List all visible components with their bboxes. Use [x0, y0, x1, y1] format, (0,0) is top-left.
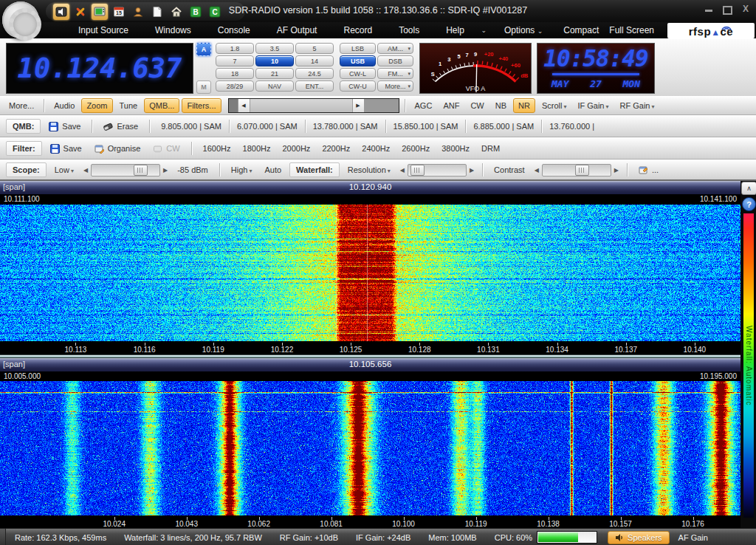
slider-right-icon[interactable]: ▶ [468, 165, 475, 175]
scrollbar-thumb[interactable] [250, 99, 352, 112]
waterfall1-display[interactable] [0, 205, 740, 341]
slider-left-icon[interactable]: ◀ [533, 165, 540, 175]
anf-button[interactable]: ANF [439, 99, 464, 112]
band-button-1.8[interactable]: 1.8 [216, 43, 254, 54]
filters-toggle[interactable]: Filters... [182, 98, 221, 113]
menu-overflow-icon[interactable]: ⌄ [481, 27, 487, 34]
frequency-display[interactable]: 10.124.637 [6, 43, 193, 94]
agc-button[interactable]: AGC [410, 99, 437, 112]
qmb-memory-button[interactable]: 9.805.000 | SAM [157, 120, 226, 133]
rf-gain-menu[interactable]: RF Gain▾ [616, 99, 659, 112]
menu-full-screen[interactable]: Full Screen [606, 24, 657, 37]
tune-button[interactable]: Tune [115, 99, 142, 112]
filter-width-button-1600Hz[interactable]: 1600Hz [199, 142, 236, 155]
filter-width-button-2200Hz[interactable]: 2200Hz [317, 142, 354, 155]
application-button[interactable] [2, 1, 39, 38]
filter-width-button-2000Hz[interactable]: 2000Hz [278, 142, 315, 155]
slider-right-icon[interactable]: ▶ [162, 165, 169, 175]
menu-item-console[interactable]: Console [205, 24, 264, 37]
scope-low-menu[interactable]: Low▾ [50, 163, 78, 176]
qmb-memory-button[interactable]: 13.760.000 | [545, 120, 599, 133]
menu-item-windows[interactable]: Windows [142, 24, 205, 37]
scroll-left-icon[interactable]: ◀ [238, 99, 250, 112]
mode-button-More[interactable]: More...▾ [377, 80, 413, 92]
mode-button-DSB[interactable]: DSB [377, 55, 413, 66]
slider-left-icon[interactable]: ◀ [399, 165, 406, 175]
qmb-toggle[interactable]: QMB... [144, 98, 179, 113]
status-grip[interactable] [0, 529, 6, 545]
collapse-button[interactable]: ∧ [741, 182, 756, 195]
resolution-menu[interactable]: Resolution▾ [343, 163, 395, 176]
waterfall-options-button[interactable]: ... [634, 163, 663, 177]
menu-item-record[interactable]: Record [330, 24, 385, 37]
slider-thumb[interactable] [134, 165, 148, 176]
tuning-scrollbar[interactable]: ◀ ▶ [228, 98, 399, 113]
qmb-memory-button[interactable]: 15.850.100 | SAM [389, 120, 463, 133]
nb-button[interactable]: NB [491, 99, 511, 112]
audio-button[interactable]: Audio [49, 99, 79, 112]
band-button-7[interactable]: 7 [216, 55, 254, 66]
filter-width-button-2600Hz[interactable]: 2600Hz [397, 142, 434, 155]
resolution-slider[interactable]: ◀ ▶ [399, 164, 475, 176]
cw-button[interactable]: CW [466, 99, 488, 112]
qmb-memory-button[interactable]: 6.885.000 | SAM [469, 120, 538, 133]
filter-organise-button[interactable]: Organise [90, 142, 145, 156]
slider-thumb[interactable] [410, 165, 425, 176]
mode-button-CW-U[interactable]: CW-U [340, 80, 376, 92]
mode-button-FM[interactable]: FM...▾ [377, 68, 413, 79]
more-button[interactable]: More... [4, 99, 38, 112]
menu-item-help[interactable]: Help [433, 24, 478, 37]
zoom-toggle[interactable]: Zoom [81, 98, 112, 113]
menu-compact[interactable]: Compact [560, 24, 602, 37]
mode-button-AM[interactable]: AM...▾ [377, 43, 413, 54]
qmb-memory-button[interactable]: 13.780.000 | SAM [309, 120, 382, 133]
contrast-slider[interactable]: ◀ ▶ [533, 164, 620, 176]
slider-right-icon[interactable]: ▶ [613, 165, 620, 175]
waterfall1-header[interactable]: [span] 10.120.940 [0, 181, 740, 194]
qmb-memory-button[interactable]: 6.070.000 | SAM [233, 120, 302, 133]
band-button-14[interactable]: 14 [295, 55, 334, 66]
qmb-save-button[interactable]: Save [44, 120, 85, 134]
menu-item-af-output[interactable]: AF Output [264, 24, 331, 37]
band-button-ENT...[interactable]: ENT... [295, 80, 334, 92]
waterfall2-display[interactable] [0, 381, 740, 515]
filter-width-button-2400Hz[interactable]: 2400Hz [357, 142, 394, 155]
nr-toggle[interactable]: NR [513, 98, 535, 113]
vfo-m-button[interactable]: M [196, 80, 211, 94]
band-button-28/29[interactable]: 28/29 [216, 80, 254, 92]
vfo-a-button[interactable]: A [196, 43, 211, 56]
menu-options[interactable]: Options ⌄ [491, 24, 556, 37]
band-button-24.5[interactable]: 24.5 [295, 68, 334, 79]
status-af-gain[interactable]: AF Gain [670, 533, 717, 542]
scroll-right-icon[interactable]: ▶ [352, 99, 365, 112]
band-button-18[interactable]: 18 [216, 68, 254, 79]
band-button-5[interactable]: 5 [295, 43, 334, 54]
slider-thumb[interactable] [575, 165, 589, 176]
mode-button-USB[interactable]: USB [340, 55, 376, 66]
restore-button[interactable] [723, 6, 732, 15]
scope-low-slider[interactable]: ◀ ▶ [82, 164, 169, 176]
filter-width-button-3800Hz[interactable]: 3800Hz [437, 142, 474, 155]
filter-width-button-1800Hz[interactable]: 1800Hz [238, 142, 275, 155]
slider-left-icon[interactable]: ◀ [82, 165, 89, 175]
scope-high-menu[interactable]: High▾ [227, 163, 257, 176]
if-gain-menu[interactable]: IF Gain▾ [573, 99, 613, 112]
filter-cw-button[interactable]: CW [148, 142, 184, 156]
scope-auto-button[interactable]: Auto [260, 163, 286, 176]
menu-item-input-source[interactable]: Input Source [65, 24, 142, 37]
band-button-NAV[interactable]: NAV [255, 80, 294, 92]
mode-button-LSB[interactable]: LSB [340, 43, 376, 54]
filter-save-button[interactable]: Save [46, 142, 86, 156]
minimize-button[interactable] [705, 10, 712, 12]
scroll-menu[interactable]: Scroll▾ [537, 99, 571, 112]
close-button[interactable]: X [743, 4, 749, 15]
band-button-21[interactable]: 21 [255, 68, 294, 79]
filter-width-button-DRM[interactable]: DRM [477, 142, 504, 155]
band-button-3.5[interactable]: 3.5 [255, 43, 294, 54]
waterfall2-header[interactable]: [span] 10.105.656 [0, 358, 740, 371]
help-button[interactable]: ? [742, 197, 756, 211]
menu-item-tools[interactable]: Tools [385, 24, 433, 37]
qmb-erase-button[interactable]: Erase [99, 120, 142, 134]
speakers-button[interactable]: Speakers [608, 531, 669, 544]
mode-button-CW-L[interactable]: CW-L [340, 68, 376, 79]
